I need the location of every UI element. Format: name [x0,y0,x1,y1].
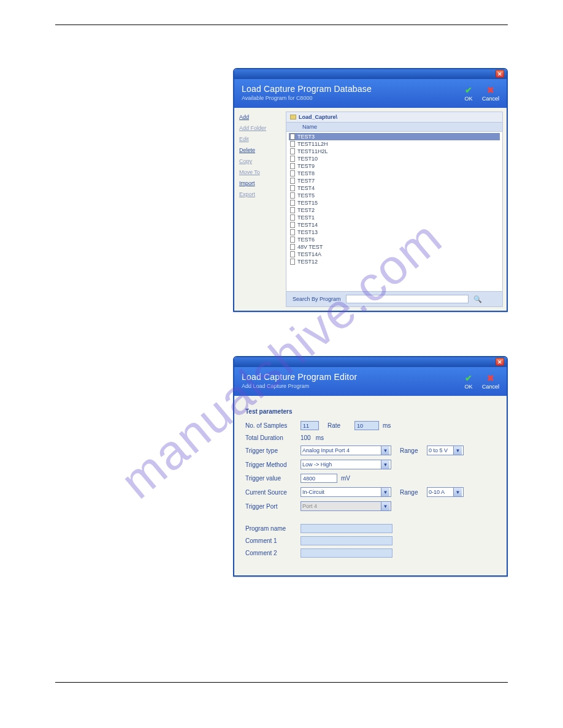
file-icon [290,244,295,250]
load-capture-editor-dialog: ✕ Load Capture Program Editor Add Load C… [233,356,508,577]
chevron-down-icon: ▼ [453,446,462,455]
comment2-input[interactable] [301,548,393,558]
list-item[interactable]: TEST3 [289,133,500,140]
list-item-label: 48V TEST [297,243,323,251]
footer-rule [55,682,508,683]
file-icon [290,259,295,265]
trigger-range-select[interactable]: 0 to 5 V ▼ [427,446,464,455]
list-item[interactable]: TEST15 [289,199,500,207]
trigger-type-label: Trigger type [245,447,297,454]
list-item[interactable]: TEST12 [289,258,500,265]
comment1-input[interactable] [301,536,393,545]
file-icon [290,141,295,147]
add-link[interactable]: Add [239,114,281,120]
breadcrumb[interactable]: Load_Capture\ [286,112,502,123]
program-name-label: Program name [245,525,297,532]
chevron-down-icon: ▼ [381,502,389,510]
checkmark-icon: ✔ [464,85,473,95]
ok-button[interactable]: ✔ OK [464,85,473,102]
ok-label: OK [464,384,473,390]
copy-link[interactable]: Copy [239,158,281,164]
total-duration-label: Total Duration [245,434,297,441]
file-icon [290,229,295,235]
rate-input[interactable] [354,421,379,430]
list-item[interactable]: TEST14 [289,221,500,229]
chevron-down-icon: ▼ [453,488,462,496]
file-icon [290,237,295,243]
list-item[interactable]: TEST11H2L [289,148,500,155]
list-item[interactable]: TEST11L2H [289,140,500,148]
list-item[interactable]: TEST10 [289,155,500,162]
list-item[interactable]: TEST7 [289,177,500,184]
current-source-value: In-Circuit [302,489,324,495]
program-list[interactable]: TEST3TEST11L2HTEST11H2LTEST10TEST9TEST8T… [286,132,502,291]
trigger-method-value: Low -> High [302,461,332,468]
trigger-method-select[interactable]: Low -> High ▼ [301,460,391,469]
add-folder-link[interactable]: Add Folder [239,125,281,131]
list-item-label: TEST7 [297,177,315,184]
list-item[interactable]: 48V TEST [289,243,500,251]
chevron-down-icon: ▼ [381,488,389,496]
column-header[interactable]: Name [286,123,502,132]
section-title: Test parameters [245,408,496,415]
move-to-link[interactable]: Move To [239,169,281,175]
export-link[interactable]: Export [239,191,281,197]
import-link[interactable]: Import [239,180,281,186]
trigger-type-select[interactable]: Analog Input Port 4 ▼ [301,446,391,455]
close-button[interactable]: ✕ [496,70,504,78]
file-icon [290,178,295,184]
folder-icon [290,115,296,119]
list-item[interactable]: TEST1 [289,214,500,221]
list-item-label: TEST1 [297,214,315,221]
delete-link[interactable]: Delete [239,147,281,153]
search-bar: Search By Program 🔍 [286,291,502,306]
duration-unit: ms [316,434,324,441]
no-samples-input[interactable] [301,421,319,430]
range-label: Range [400,447,423,454]
dialog-subtitle: Available Program for C8000 [242,95,372,101]
path-label: Load_Capture\ [299,114,337,120]
cancel-button[interactable]: ✖ Cancel [482,85,499,102]
no-samples-label: No. of Samples [245,422,297,429]
current-range-label: Range [400,489,423,496]
cancel-button[interactable]: ✖ Cancel [482,373,499,390]
edit-link[interactable]: Edit [239,136,281,142]
file-icon [290,170,295,176]
list-item-label: TEST11H2L [297,148,328,155]
dialog-title: Load Capture Program Editor [242,372,357,382]
list-item-label: TEST10 [297,155,318,162]
ok-button[interactable]: ✔ OK [464,373,473,390]
trigger-type-value: Analog Input Port 4 [302,447,350,453]
cancel-label: Cancel [482,384,499,390]
trigger-value-input[interactable] [301,474,337,483]
list-item[interactable]: TEST14A [289,251,500,258]
list-item[interactable]: TEST8 [289,170,500,177]
list-item-label: TEST12 [297,258,318,265]
titlebar[interactable]: ✕ [234,357,507,367]
trigger-value-unit: mV [341,475,350,482]
list-item[interactable]: TEST9 [289,162,500,170]
list-item[interactable]: TEST13 [289,229,500,236]
current-range-select[interactable]: 0-10 A ▼ [427,487,464,497]
list-item[interactable]: TEST2 [289,207,500,214]
search-input[interactable] [346,295,469,303]
file-icon [290,200,295,206]
duration-value: 100 [301,434,311,441]
close-button[interactable]: ✕ [496,358,504,366]
list-item-label: TEST9 [297,162,315,170]
titlebar[interactable]: ✕ [234,69,507,79]
list-item[interactable]: TEST4 [289,184,500,192]
cancel-label: Cancel [482,96,499,102]
list-item-label: TEST8 [297,170,315,177]
search-icon[interactable]: 🔍 [473,295,482,303]
chevron-down-icon: ▼ [381,446,389,455]
list-item[interactable]: TEST5 [289,192,500,199]
current-source-select[interactable]: In-Circuit ▼ [301,487,391,497]
list-item[interactable]: TEST6 [289,236,500,243]
comment2-label: Comment 2 [245,550,297,556]
file-icon [290,148,295,154]
cross-icon: ✖ [486,85,496,95]
name-column-label: Name [302,124,317,130]
program-name-input[interactable] [301,524,393,533]
list-item-label: TEST13 [297,229,318,236]
